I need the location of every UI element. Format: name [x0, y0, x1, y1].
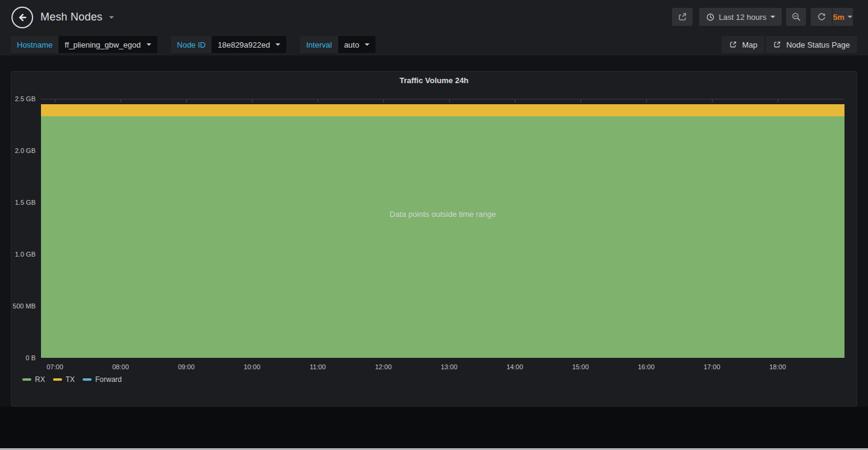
variable-hostname: Hostname ff_pliening_gbw_egod [11, 36, 157, 53]
x-tick-label: 15:00 [572, 363, 589, 370]
refresh-button-group: 5m [811, 8, 853, 26]
x-tick-mark [580, 99, 581, 102]
variable-label: Hostname [11, 36, 58, 53]
legend-label: Forward [95, 375, 122, 384]
dashboard-title-dropdown[interactable]: Mesh Nodes [40, 0, 114, 34]
x-tick-label: 17:00 [703, 363, 720, 370]
y-tick-label: 1.5 GB [15, 199, 36, 206]
y-tick-label: 500 MB [13, 302, 36, 310]
x-tick-mark [515, 99, 515, 102]
variable-node-id: Node ID 18e829a922ed [171, 36, 286, 53]
x-tick-mark [712, 99, 712, 102]
x-tick-label: 09:00 [178, 363, 195, 370]
chevron-down-icon [770, 16, 775, 18]
chart-legend: RXTXForward [22, 375, 122, 384]
x-tick-label: 16:00 [638, 363, 655, 370]
map-link-label: Map [742, 40, 757, 49]
page-bottom-area [0, 407, 868, 450]
series-band-tx [41, 104, 844, 117]
panel-title[interactable]: Traffic Volume 24h [11, 76, 857, 85]
share-button[interactable] [672, 8, 693, 26]
x-tick-mark [55, 99, 55, 102]
x-tick-mark [186, 99, 187, 102]
legend-item-tx[interactable]: TX [53, 375, 75, 384]
no-data-message: Data points outside time range [41, 210, 844, 219]
refresh-interval-dropdown[interactable]: 5m [832, 8, 853, 26]
x-tick-mark [318, 99, 318, 102]
node-id-dropdown[interactable]: 18e829a922ed [212, 36, 286, 53]
legend-item-forward[interactable]: Forward [83, 375, 122, 384]
zoom-out-button[interactable] [786, 8, 806, 26]
chevron-down-icon [848, 16, 852, 18]
time-range-picker[interactable]: Last 12 hours [699, 8, 782, 26]
x-tick-label: 11:00 [310, 363, 326, 370]
arrow-left-icon [17, 12, 28, 23]
map-link[interactable]: Map [722, 36, 764, 53]
chevron-down-icon [109, 16, 114, 19]
x-tick-label: 12:00 [375, 363, 392, 370]
refresh-interval-label: 5m [833, 13, 844, 22]
back-button[interactable] [11, 7, 33, 28]
x-tick-label: 10:00 [244, 363, 260, 370]
variable-label: Node ID [171, 36, 212, 53]
share-icon [678, 12, 687, 22]
refresh-button[interactable] [811, 8, 832, 26]
traffic-volume-panel: Traffic Volume 24h Data points outside t… [11, 71, 857, 407]
x-tick-label: 13:00 [441, 363, 458, 370]
series-band-rx [41, 116, 844, 358]
x-tick-mark [778, 99, 778, 102]
external-link-icon [773, 40, 781, 49]
legend-label: RX [35, 375, 45, 384]
hostname-value: ff_pliening_gbw_egod [64, 40, 140, 49]
external-link-icon [729, 40, 737, 49]
chevron-down-icon [146, 43, 151, 46]
x-tick-mark [646, 99, 647, 102]
grafana-dashboard: Mesh Nodes Last 12 hours [0, 0, 868, 450]
top-toolbar: Last 12 hours [672, 8, 853, 26]
x-tick-label: 18:00 [769, 363, 786, 370]
hostname-dropdown[interactable]: ff_pliening_gbw_egod [58, 36, 157, 53]
node-id-value: 18e829a922ed [218, 40, 270, 49]
legend-swatch-rx [22, 378, 31, 381]
y-tick-label: 0 B [25, 354, 36, 361]
x-tick-label: 14:00 [506, 363, 523, 370]
legend-label: TX [66, 375, 75, 384]
y-tick-label: 1.0 GB [15, 251, 36, 258]
x-tick-mark [121, 99, 121, 102]
y-tick-label: 2.0 GB [15, 147, 36, 154]
y-tick-label: 2.5 GB [15, 95, 36, 102]
x-tick-label: 08:00 [112, 363, 129, 370]
dashboard-links: Map Node Status Page [722, 36, 857, 53]
chevron-down-icon [275, 43, 280, 46]
zoom-out-icon [791, 12, 801, 22]
variable-label: Interval [300, 36, 338, 53]
node-status-page-label: Node Status Page [786, 40, 850, 49]
chevron-down-icon [365, 43, 370, 46]
node-status-page-link[interactable]: Node Status Page [766, 36, 857, 53]
variable-interval: Interval auto [300, 36, 376, 53]
time-range-label: Last 12 hours [719, 13, 767, 22]
chart-plot-area: Data points outside time range 2.5 GB2.0… [41, 99, 844, 358]
interval-dropdown[interactable]: auto [338, 36, 376, 53]
x-tick-mark [449, 99, 450, 102]
top-gridline [41, 99, 844, 99]
clock-icon [706, 13, 715, 22]
legend-swatch-tx [53, 378, 62, 381]
legend-item-rx[interactable]: RX [22, 375, 45, 384]
legend-swatch-forward [83, 378, 92, 381]
x-tick-label: 07:00 [46, 363, 63, 370]
page-title: Mesh Nodes [40, 11, 102, 23]
x-tick-mark [383, 99, 384, 102]
x-tick-mark [252, 99, 253, 102]
variables-row: Hostname ff_pliening_gbw_egod Node ID 18… [11, 36, 376, 53]
refresh-icon [817, 12, 826, 22]
interval-value: auto [344, 40, 359, 49]
